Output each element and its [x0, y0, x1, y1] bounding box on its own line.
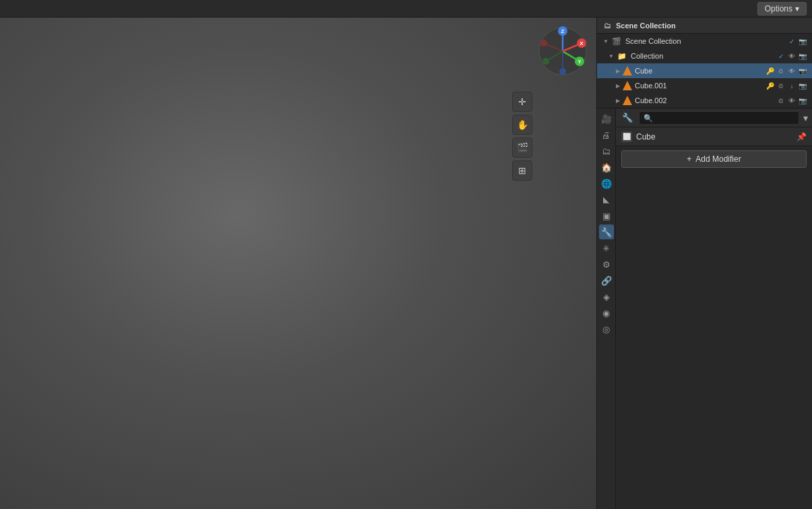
prop-pin-icon[interactable]: 📌 — [797, 132, 807, 142]
move-tool-button[interactable]: ✋ — [512, 115, 532, 135]
cube001-filter-icon[interactable]: ⛭ — [777, 82, 785, 90]
scene-camera-icon[interactable]: 📷 — [799, 37, 807, 45]
prop-data-icon[interactable]: ◈ — [599, 289, 614, 304]
scene-collection-label: Scene Collection — [625, 37, 681, 45]
prop-header-icon[interactable]: 🔧 — [620, 111, 635, 125]
prop-object-row: ⬜ Cube 📌 — [616, 127, 812, 146]
outliner-item-cube001[interactable]: ▶ Cube.001 🔑 ⛭ ↓ 📷 — [597, 78, 812, 93]
right-panels: 🗂 Scene Collection ▼ 🎬 Scene Collection … — [596, 18, 812, 509]
cube002-mesh-icon — [623, 96, 632, 105]
svg-text:Y: Y — [577, 59, 582, 65]
svg-point-31 — [559, 68, 566, 75]
cube002-expand-arrow: ▶ — [616, 98, 620, 104]
scene-check-icon[interactable]: ✓ — [788, 37, 796, 45]
prop-particles-icon[interactable]: ✳ — [599, 241, 614, 256]
outliner-header: 🗂 Scene Collection — [597, 18, 812, 34]
prop-physics-icon[interactable]: ⚙ — [599, 257, 614, 272]
svg-point-33 — [542, 58, 549, 65]
top-bar: Options ▾ — [0, 0, 812, 18]
cube-mesh-icon — [623, 66, 632, 76]
camera-tool-button[interactable]: 🎬 — [512, 138, 532, 158]
axis-gizmo[interactable]: Z Y X — [536, 24, 590, 78]
options-button[interactable]: Options ▾ — [757, 2, 807, 16]
outliner-item-cube002[interactable]: ▶ Cube.002 ⛭ 👁 📷 — [597, 93, 812, 108]
options-label: Options — [765, 4, 792, 13]
grid-tool-button[interactable]: ⊞ — [512, 160, 532, 181]
scene-collection-row[interactable]: ▼ 🎬 Scene Collection ✓ 📷 — [597, 34, 812, 49]
options-arrow-icon: ▾ — [795, 4, 799, 13]
add-modifier-plus-icon: + — [687, 154, 691, 164]
svg-point-35 — [540, 40, 547, 47]
cube002-label: Cube.002 — [635, 96, 667, 104]
cube-filter-icon[interactable]: ⛭ — [777, 67, 785, 75]
cube001-mesh-icon — [623, 81, 632, 90]
viewport-background — [0, 18, 596, 509]
cube001-camera-icon[interactable]: 📷 — [799, 82, 807, 90]
prop-modifier-icon[interactable]: 🔧 — [599, 224, 614, 239]
svg-text:Z: Z — [561, 28, 565, 34]
prop-render-icon[interactable]: 🎥 — [599, 111, 614, 126]
prop-material-icon[interactable]: ◉ — [599, 305, 614, 320]
cube002-camera-icon[interactable]: 📷 — [799, 96, 807, 104]
collection-check-icon[interactable]: ✓ — [777, 52, 785, 60]
scene-film-icon: 🎬 — [612, 37, 621, 46]
prop-view-layer-icon[interactable]: 🗂 — [599, 144, 614, 158]
viewport-toolbar: ✛ ✋ 🎬 ⊞ — [512, 92, 532, 181]
properties-content: 🔧 ▾ ⬜ Cube 📌 + Add Modifier — [616, 109, 812, 509]
cube-label: Cube — [635, 67, 652, 75]
main-area: Z Y X ✛ ✋ 🎬 ⊞ — [0, 18, 812, 509]
cube001-arrow-icon[interactable]: ↓ — [788, 82, 796, 90]
outliner-item-cube[interactable]: ▶ Cube 🔑 ⛭ 👁 📷 — [597, 63, 812, 78]
cube001-label: Cube.001 — [635, 82, 667, 90]
cursor-tool-button[interactable]: ✛ — [512, 92, 532, 112]
cube001-expand-arrow: ▶ — [616, 83, 620, 89]
cube001-link-icon[interactable]: 🔑 — [766, 82, 774, 90]
properties-header-bar: 🔧 ▾ — [616, 109, 812, 127]
properties-search[interactable] — [639, 111, 799, 125]
cube-camera-icon[interactable]: 📷 — [799, 67, 807, 75]
outliner: 🗂 Scene Collection ▼ 🎬 Scene Collection … — [597, 18, 812, 109]
add-modifier-area: + Add Modifier — [616, 146, 812, 172]
collection-folder-icon: 📁 — [617, 52, 627, 61]
prop-output-icon[interactable]: 🖨 — [599, 127, 614, 142]
svg-text:X: X — [580, 40, 584, 47]
prop-object-constraint-icon[interactable]: ▣ — [599, 208, 614, 223]
cube-eye-icon[interactable]: 👁 — [788, 67, 796, 75]
cube002-eye-icon[interactable]: 👁 — [788, 96, 796, 104]
add-modifier-label: Add Modifier — [695, 154, 741, 164]
properties-sidebar: 🎥 🖨 🗂 🏠 🌐 ◣ ▣ 🔧 ✳ ⚙ 🔗 ◈ ◉ ◎ — [597, 109, 616, 509]
add-modifier-button[interactable]: + Add Modifier — [621, 150, 807, 168]
prop-constraints-icon[interactable]: 🔗 — [599, 273, 614, 288]
prop-object-data-icon[interactable]: ◣ — [599, 192, 614, 207]
cube-link-icon[interactable]: 🔑 — [766, 67, 774, 75]
collection-camera-icon[interactable]: 📷 — [799, 52, 807, 60]
properties-dropdown-icon[interactable]: ▾ — [803, 113, 808, 123]
prop-world-icon[interactable]: 🌐 — [599, 176, 614, 191]
scene-expand-icon: ▼ — [602, 38, 609, 44]
cube002-filter-icon[interactable]: ⛭ — [777, 96, 785, 104]
properties-panel: 🎥 🖨 🗂 🏠 🌐 ◣ ▣ 🔧 ✳ ⚙ 🔗 ◈ ◉ ◎ 🔧 — [597, 109, 812, 509]
collection-row[interactable]: ▼ 📁 Collection ✓ 👁 📷 — [597, 49, 812, 63]
collection-label: Collection — [631, 52, 663, 60]
3d-viewport[interactable]: Z Y X ✛ ✋ 🎬 ⊞ — [0, 18, 596, 509]
prop-scene-icon[interactable]: 🏠 — [599, 160, 614, 175]
collection-expand-icon: ▼ — [608, 53, 615, 59]
outliner-header-icon: 🗂 — [602, 21, 612, 30]
prop-object-name: Cube — [636, 132, 792, 142]
collection-eye-icon[interactable]: 👁 — [788, 52, 796, 60]
prop-object-icon: ⬜ — [621, 131, 632, 142]
outliner-title: Scene Collection — [616, 22, 676, 30]
prop-shader-icon[interactable]: ◎ — [599, 322, 614, 336]
cube-expand-arrow: ▶ — [616, 68, 620, 74]
